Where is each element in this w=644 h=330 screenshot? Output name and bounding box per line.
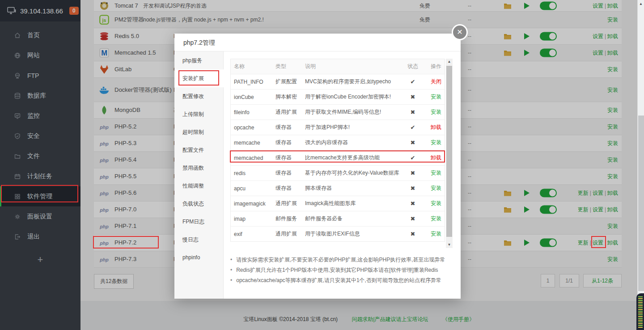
extension-action-cell: 安装 [423,169,445,177]
php-manage-modal: php7.2管理 ✕ php服务安装扩展配置修改上传限制超时限制配置文件禁用函数… [174,34,461,299]
close-icon[interactable]: ✕ [452,24,468,40]
extension-row: apcu缓存器脚本缓存器✖安装 [231,180,445,196]
extension-table: 名称类型说明状态操作PATH_INFO扩展配置MVC架构的程序需要开启,如typ… [230,59,445,242]
extension-status: ✖ [402,231,423,237]
extension-action-link[interactable]: 卸载 [431,154,441,161]
extension-status: ✔ [402,78,423,85]
extension-desc: 强大的内容缓存器 [305,139,402,146]
modal-tab[interactable]: 上传限制 [174,105,223,123]
extension-status: ✖ [402,215,423,222]
extension-name: imagemagick [231,201,275,207]
modal-tab[interactable]: 禁用函数 [174,159,223,177]
modal-scrollbar[interactable]: ▲ ▼ [446,59,453,248]
extension-action-link[interactable]: 安装 [431,170,441,176]
modal-tab[interactable]: php服务 [174,51,223,69]
extension-action-cell: 安装 [423,200,445,207]
extension-action-link[interactable]: 安装 [431,109,441,115]
extension-notes: 请按实际需求安装扩展,不要安装不必要的PHP扩展,这会影响PHP执行效率,甚至出… [230,255,449,286]
extension-row: ionCube脚本解密用于解密ionCube Encoder加密脚本!✖安装 [231,89,445,104]
extension-type: 缓存器 [275,124,305,131]
modal-tab[interactable]: 安装扩展 [174,69,224,87]
extension-name: memcache [231,140,275,146]
extension-row: redis缓存器基于内存亦可持久化的Key-Value数据库✖安装 [231,165,445,180]
extension-desc: 比memcache支持更多高级功能 [305,154,402,161]
extension-action-cell: 安装 [423,230,445,238]
extension-desc: 基于内存亦可持久化的Key-Value数据库 [305,170,402,176]
extension-action-cell: 卸载 [423,124,445,131]
extension-action-link[interactable]: 安装 [431,185,441,191]
modal-tab[interactable]: 配置文件 [174,141,223,159]
extension-action-link[interactable]: 安装 [431,215,441,222]
extension-desc: 用于加速PHP脚本! [305,124,402,131]
modal-title: php7.2管理 [174,34,461,51]
extension-status: ✖ [402,139,423,146]
cross-icon: ✖ [411,231,415,237]
extension-status: ✖ [402,170,423,176]
extension-action-link[interactable]: 安装 [431,231,441,237]
check-icon: ✔ [411,78,415,85]
column-header: 说明 [305,63,402,70]
extension-action-link[interactable]: 关闭 [431,78,441,85]
page-scrollbar-thumb[interactable] [638,116,644,291]
extension-row: fileinfo通用扩展用于获取文件MIME,编码等信息!✖安装 [231,104,445,120]
note-item: Redis扩展只允许在1个PHP版本中使用,安装到其它PHP版本请在[软件管理]… [230,265,449,275]
extension-name: PATH_INFO [231,79,275,85]
extension-type: 缓存器 [275,154,305,162]
column-header: 名称 [231,63,275,70]
modal-tab[interactable]: 慢日志 [174,231,223,249]
extension-name: ionCube [231,94,275,100]
extension-desc: 用于解密ionCube Encoder加密脚本! [305,94,402,100]
extension-name: opcache [231,124,275,131]
extension-desc: MVC架构的程序需要开启,如typecho [305,78,402,85]
column-header: 类型 [275,63,305,70]
extension-row: imagemagick通用扩展Imagick高性能图形库✖安装 [231,196,445,211]
extension-row: memcache缓存器强大的内容缓存器✖安装 [231,135,445,150]
extension-status: ✖ [402,200,423,207]
cross-icon: ✖ [411,200,415,207]
extension-name: fileinfo [231,109,275,116]
modal-tab[interactable]: 性能调整 [174,177,223,195]
modal-tab[interactable]: FPM日志 [174,213,223,231]
extension-row: exif通用扩展用于读取图片EXIF信息✖安装 [231,226,445,241]
extension-name: exif [231,231,275,237]
extension-status: ✔ [402,154,423,161]
modal-tab[interactable]: 负载状态 [174,195,223,213]
column-header: 操作 [423,63,445,70]
note-item: opcache/xcache/apc等脚本缓存扩展,请只安装其中1个,否则可能导… [230,275,449,286]
extension-action-link[interactable]: 安装 [431,139,441,146]
extension-action-cell: 安装 [423,108,445,116]
column-header: 状态 [402,63,423,70]
extension-row: imap邮件服务邮件服务器必备✖安装 [231,211,445,226]
page-scrollbar[interactable]: ▲ ▼ [637,0,644,330]
extension-action-link[interactable]: 卸载 [431,124,441,130]
extension-action-cell: 安装 [423,215,445,223]
extension-name: apcu [231,185,275,192]
extension-type: 缓存器 [275,169,305,177]
extension-desc: 邮件服务器必备 [305,215,402,222]
scroll-down-icon[interactable]: ▼ [446,242,453,248]
extension-type: 邮件服务 [275,215,305,223]
extension-type: 缓存器 [275,184,305,192]
scroll-progress-widget[interactable] [636,293,644,330]
extension-name: memcached [231,155,275,161]
modal-tab[interactable]: phpinfo [174,249,223,266]
modal-scrollbar-thumb[interactable] [446,66,452,237]
extension-name: redis [231,170,275,176]
modal-tab[interactable]: 配置修改 [174,87,223,105]
modal-tab[interactable]: 超时限制 [174,123,223,141]
extension-action-cell: 卸载 [423,154,445,162]
extension-status: ✖ [402,94,423,100]
extension-row: PATH_INFO扩展配置MVC架构的程序需要开启,如typecho✔关闭 [231,74,445,89]
extension-desc: Imagick高性能图形库 [305,200,402,207]
cross-icon: ✖ [411,139,415,146]
extension-status: ✖ [402,109,423,116]
cross-icon: ✖ [411,109,415,116]
extension-action-cell: 安装 [423,93,445,101]
scrollbar-up-icon[interactable]: ▲ [638,2,644,6]
extension-action-link[interactable]: 安装 [431,200,441,206]
scroll-up-icon[interactable]: ▲ [446,59,453,65]
extension-status: ✔ [402,124,423,131]
extension-action-link[interactable]: 安装 [431,94,441,100]
extension-desc: 用于获取文件MIME,编码等信息! [305,109,402,116]
extension-type: 通用扩展 [275,108,305,116]
